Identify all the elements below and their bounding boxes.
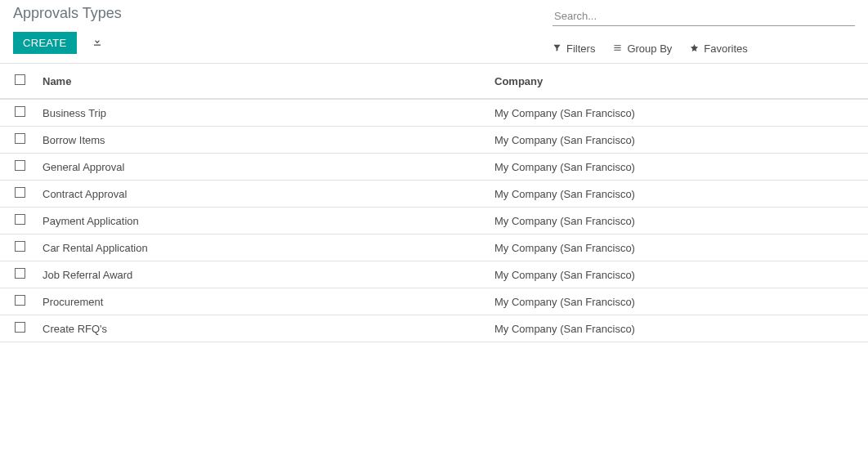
row-company: My Company (San Francisco) [488,127,868,154]
row-name: Payment Application [36,208,488,234]
row-company: My Company (San Francisco) [488,154,868,181]
row-checkbox[interactable] [15,322,25,333]
row-name: Procurement [36,288,488,315]
page-title: Approvals Types [13,5,553,22]
row-checkbox[interactable] [15,160,25,171]
row-checkbox[interactable] [15,268,25,279]
row-name: Create RFQ's [36,315,488,342]
table-row[interactable]: Create RFQ'sMy Company (San Francisco) [0,315,868,342]
row-company: My Company (San Francisco) [488,261,868,288]
column-header-name[interactable]: Name [36,64,488,99]
row-name: Business Trip [36,99,488,127]
row-checkbox[interactable] [15,295,25,306]
groupby-label: Group By [627,42,672,55]
list-icon [613,42,622,55]
column-header-company[interactable]: Company [488,64,868,99]
row-company: My Company (San Francisco) [488,234,868,261]
row-company: My Company (San Francisco) [488,315,868,342]
row-name: Contract Approval [36,181,488,208]
star-icon [690,42,699,55]
row-company: My Company (San Francisco) [488,99,868,127]
row-checkbox[interactable] [15,106,25,117]
row-name: Borrow Items [36,127,488,154]
table-row[interactable]: Payment ApplicationMy Company (San Franc… [0,208,868,234]
table-row[interactable]: Contract ApprovalMy Company (San Francis… [0,181,868,208]
row-checkbox[interactable] [15,133,25,144]
row-checkbox[interactable] [15,214,25,225]
row-checkbox[interactable] [15,187,25,198]
row-name: General Approval [36,154,488,181]
table-row[interactable]: ProcurementMy Company (San Francisco) [0,288,868,315]
table-row[interactable]: Borrow ItemsMy Company (San Francisco) [0,127,868,154]
filters-label: Filters [566,42,595,55]
search-input[interactable] [553,7,855,26]
filters-button[interactable]: Filters [553,42,595,55]
create-button[interactable]: CREATE [13,32,77,54]
row-company: My Company (San Francisco) [488,208,868,234]
table-row[interactable]: Business TripMy Company (San Francisco) [0,99,868,127]
groupby-button[interactable]: Group By [613,42,672,55]
row-company: My Company (San Francisco) [488,181,868,208]
table-row[interactable]: Job Referral AwardMy Company (San Franci… [0,261,868,288]
select-all-checkbox[interactable] [15,74,25,85]
favorites-label: Favorites [704,42,747,55]
table-row[interactable]: Car Rental ApplicationMy Company (San Fr… [0,234,868,261]
table-row[interactable]: General ApprovalMy Company (San Francisc… [0,154,868,181]
funnel-icon [553,42,562,55]
row-company: My Company (San Francisco) [488,288,868,315]
approvals-table: Name Company Business TripMy Company (Sa… [0,64,868,342]
row-name: Car Rental Application [36,234,488,261]
row-name: Job Referral Award [36,261,488,288]
download-icon[interactable] [92,36,103,50]
row-checkbox[interactable] [15,241,25,252]
favorites-button[interactable]: Favorites [690,42,747,55]
